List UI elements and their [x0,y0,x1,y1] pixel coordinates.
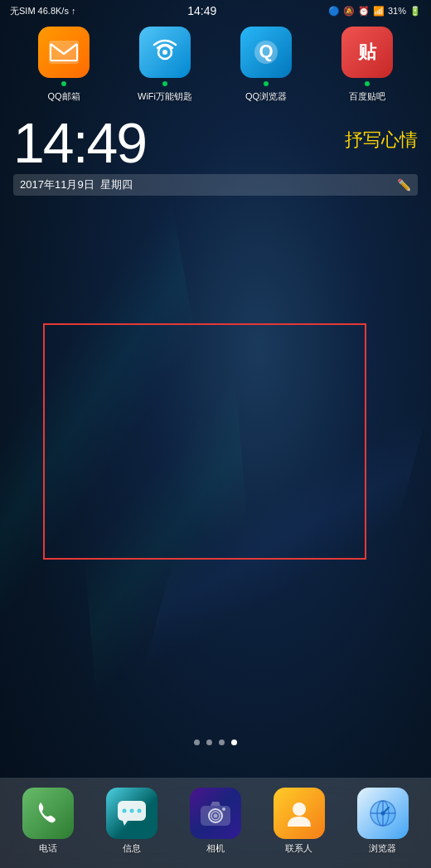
tieba-dot [365,81,370,86]
phone-icon[interactable] [22,788,74,839]
signal-text: 无SIM 46.8K/s ↑ [10,5,75,17]
svg-point-17 [222,807,225,811]
app-item-qqbrowser[interactable]: Q QQ浏览器 [229,27,303,103]
tieba-label: 百度贴吧 [349,90,385,103]
app-item-wifi[interactable]: WiFi万能钥匙 [128,27,202,103]
svg-point-11 [130,809,134,813]
page-dot-1[interactable] [194,739,200,745]
dock-messages[interactable]: 信息 [95,788,168,855]
wifi-label: WiFi万能钥匙 [138,90,192,103]
status-time: 14:49 [187,4,216,17]
svg-text:Q: Q [259,41,273,61]
edit-icon[interactable]: ✏️ [397,178,411,192]
qqmail-label: QQ邮箱 [47,90,80,103]
top-app-row: QQ邮箱 WiFi万能钥匙 Q QQ浏览器 贴 百度贴吧 [0,20,431,106]
tieba-icon[interactable]: 贴 [341,27,393,78]
clock-area: 14:49 抒写心情 [0,106,431,171]
battery-text: 31% [388,6,406,16]
phone-label: 电话 [39,842,57,855]
svg-point-5 [162,50,167,55]
app-item-qqmail[interactable]: QQ邮箱 [27,27,101,103]
dock-camera[interactable]: 相机 [179,788,252,855]
svg-point-18 [293,803,306,816]
svg-point-16 [213,814,217,818]
status-bar: 无SIM 46.8K/s ↑ 14:49 🔵 🔕 ⏰ 📶 31% 🔋 [0,0,431,20]
wifi-icon: 📶 [373,6,385,17]
battery-icon: 🔋 [409,6,421,17]
app-item-tieba[interactable]: 贴 百度贴吧 [330,27,404,103]
page-dot-2[interactable] [206,739,212,745]
messages-icon[interactable] [106,788,157,839]
messages-label: 信息 [123,842,141,855]
qqbrowser-dot [264,81,269,86]
qqbrowser-label: QQ浏览器 [245,90,287,103]
browser-icon[interactable] [357,788,409,839]
bluetooth-icon: 🔵 [328,6,340,17]
camera-icon[interactable] [190,788,241,839]
wifi-dot [162,81,167,86]
qqbrowser-icon[interactable]: Q [240,27,292,78]
page-dot-4-active[interactable] [231,739,237,745]
wifi-key-icon[interactable] [139,27,191,78]
qqmail-dot [61,81,66,86]
qqmail-icon[interactable] [38,27,90,78]
svg-marker-9 [123,821,128,826]
silent-icon: 🔕 [343,6,355,17]
svg-point-12 [138,809,142,813]
contacts-icon[interactable] [274,788,325,839]
camera-label: 相机 [206,842,225,855]
svg-point-25 [380,812,385,816]
status-right: 🔵 🔕 ⏰ 📶 31% 🔋 [328,6,421,17]
page-dots [0,739,431,745]
clock-time: 14:49 [13,114,146,171]
svg-point-10 [123,809,127,813]
status-left: 无SIM 46.8K/s ↑ [10,5,75,17]
contacts-label: 联系人 [285,842,312,855]
dock-phone[interactable]: 电话 [12,788,85,855]
page-dot-3[interactable] [219,739,225,745]
dock-browser[interactable]: 浏览器 [346,788,419,855]
selection-rectangle [43,323,366,560]
date-bar: 2017年11月9日 星期四 ✏️ [13,174,418,196]
dock-contacts[interactable]: 联系人 [263,788,336,855]
journal-button[interactable]: 抒写心情 [345,128,418,153]
date-text: 2017年11月9日 星期四 [20,177,133,192]
alarm-icon: ⏰ [358,6,370,17]
browser-label: 浏览器 [369,842,396,855]
dock: 电话 信息 相机 [0,778,431,868]
